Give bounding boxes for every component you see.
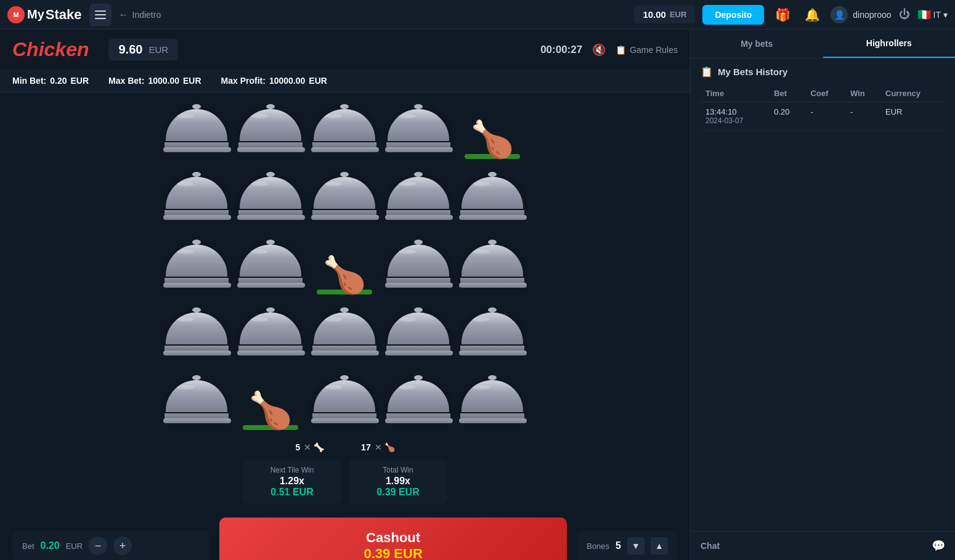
- chat-icon-button[interactable]: 💬: [932, 539, 945, 553]
- total-win-mult: 1.99x: [366, 476, 430, 487]
- dome-plate: [163, 147, 231, 152]
- grid-cell[interactable]: 🍗: [311, 234, 378, 296]
- grid-cell[interactable]: [163, 234, 230, 296]
- game-grid: 🍗: [163, 99, 527, 431]
- bones-value[interactable]: 5: [616, 540, 621, 551]
- chickens-count: 17: [361, 442, 371, 452]
- dome-plate: [385, 215, 453, 220]
- dome-body: [388, 245, 449, 277]
- bell-button[interactable]: 🔔: [801, 4, 823, 26]
- logo-stake: Stake: [46, 7, 82, 23]
- grid-cell[interactable]: [163, 166, 230, 228]
- chat-label: Chat: [701, 541, 720, 551]
- lang-code: IT: [933, 10, 941, 20]
- bones-increase-button[interactable]: ▲: [651, 537, 668, 554]
- grid-cell[interactable]: [311, 370, 378, 431]
- logo: M MyStake: [7, 6, 82, 23]
- dome-handle: [192, 375, 201, 380]
- cashout-button[interactable]: Cashout 0.39 EUR: [219, 517, 567, 560]
- dish: [238, 240, 303, 290]
- grid-cell[interactable]: [459, 302, 526, 363]
- dish: [312, 172, 377, 222]
- topnav: M MyStake ← Indietro 10.00 EUR Deposito …: [0, 0, 955, 30]
- language-button[interactable]: 🇮🇹 IT ▾: [917, 8, 948, 22]
- grid-cell[interactable]: [459, 166, 526, 228]
- bet-decrease-button[interactable]: −: [89, 537, 107, 555]
- grid-cell[interactable]: 🍗: [237, 370, 304, 431]
- grid-cell[interactable]: [163, 302, 230, 363]
- bet-increase-button[interactable]: +: [113, 537, 132, 555]
- dome-body: [314, 380, 375, 412]
- gift-button[interactable]: 🎁: [771, 4, 794, 26]
- dome-plate: [385, 351, 453, 355]
- dome-handle: [340, 375, 349, 380]
- game-rules-button[interactable]: 📋 Game Rules: [616, 45, 678, 55]
- bones-count: 5: [295, 442, 300, 452]
- grid-cell[interactable]: [385, 166, 452, 228]
- total-win-amount: 0.39 EUR: [366, 487, 430, 498]
- grid-cell[interactable]: 🍗: [459, 99, 526, 160]
- hamburger-line: [95, 18, 106, 19]
- grid-cell[interactable]: [459, 370, 526, 431]
- multiplier-currency: EUR: [148, 44, 168, 55]
- deposit-button[interactable]: Deposito: [702, 5, 764, 25]
- dish: [386, 375, 451, 426]
- chat-footer: Chat 💬: [691, 531, 955, 560]
- max-bet-currency: EUR: [183, 76, 201, 86]
- dome-handle: [414, 104, 423, 109]
- grid-cell[interactable]: [237, 234, 304, 296]
- grid-cell[interactable]: [237, 99, 304, 160]
- username: dinoprooo: [853, 10, 891, 20]
- grid-cell[interactable]: [163, 99, 230, 160]
- bet-info-bar: Min Bet: 0.20 EUR Max Bet: 1000.00 EUR M…: [0, 70, 690, 92]
- dome-plate: [311, 351, 379, 355]
- table-row: 13:44:10 2024-03-07 0.20 - - EUR: [701, 102, 945, 131]
- back-arrow-icon: ←: [119, 9, 129, 20]
- dome-handle: [488, 172, 497, 177]
- bet-win: -: [845, 102, 880, 131]
- dish: [312, 104, 377, 155]
- bet-time: 13:44:10 2024-03-07: [701, 102, 769, 131]
- grid-cell[interactable]: [385, 234, 452, 296]
- grid-cell[interactable]: [459, 234, 526, 296]
- grid-cell[interactable]: [311, 302, 378, 363]
- grid-cell[interactable]: [385, 99, 452, 160]
- power-button[interactable]: ⏻: [899, 8, 910, 21]
- tab-my-bets[interactable]: My bets: [691, 30, 823, 58]
- bet-input-value[interactable]: 0.20: [41, 540, 60, 551]
- dish: [165, 104, 229, 155]
- grid-cell[interactable]: [385, 370, 452, 431]
- dome-body: [166, 109, 227, 141]
- max-profit-value: 10000.00: [269, 76, 305, 86]
- grid-cell[interactable]: [237, 302, 304, 363]
- mute-button[interactable]: 🔇: [592, 43, 606, 57]
- tab-highrollers[interactable]: Highrollers: [823, 30, 956, 58]
- dome-plate: [459, 215, 527, 220]
- grid-cell[interactable]: [311, 166, 378, 228]
- chicken-icon: 🍗: [470, 118, 514, 160]
- grid-cell[interactable]: [163, 370, 230, 431]
- dish: [165, 307, 229, 358]
- grid-container: 🍗: [0, 92, 690, 437]
- dome-body: [314, 177, 375, 209]
- next-tile-mult: 1.29x: [260, 476, 324, 487]
- win-info-row: Next Tile Win 1.29x 0.51 EUR Total Win 1…: [0, 455, 690, 510]
- back-button[interactable]: ← Indietro: [119, 9, 161, 20]
- hamburger-button[interactable]: [89, 4, 112, 26]
- dome-body: [240, 177, 301, 209]
- dome-plate: [163, 351, 231, 355]
- game-rules-label: Game Rules: [630, 45, 678, 55]
- grid-cell[interactable]: [385, 302, 452, 363]
- logo-icon: M: [7, 6, 25, 23]
- grid-cell[interactable]: [311, 99, 378, 160]
- min-bet-currency: EUR: [70, 76, 89, 86]
- logo-my: My: [27, 7, 44, 22]
- bones-icon: ✕ 🦴: [304, 442, 324, 452]
- dome-plate: [385, 283, 453, 288]
- grid-cell[interactable]: [237, 166, 304, 228]
- dome-handle: [192, 104, 201, 109]
- bones-label: Bones: [587, 542, 609, 551]
- bones-decrease-button[interactable]: ▼: [627, 537, 644, 554]
- table-header-row: Time Bet Coef Win Currency: [701, 85, 945, 102]
- col-bet: Bet: [769, 85, 805, 102]
